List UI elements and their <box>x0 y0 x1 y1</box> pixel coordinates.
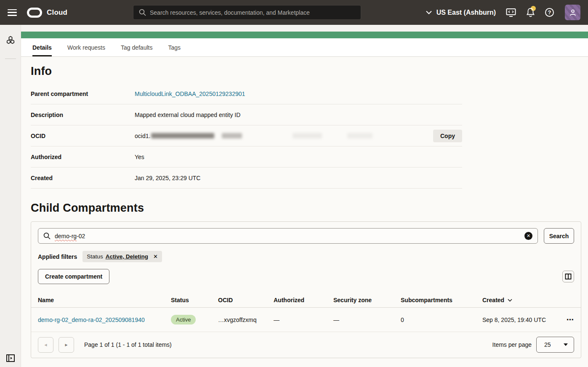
brand[interactable]: Cloud <box>27 8 67 18</box>
compartment-name-link[interactable]: demo-rg-02_demo-ra-02_202509081940 <box>38 316 145 323</box>
column-header-subcompartments[interactable]: Subcompartments <box>401 297 482 303</box>
bell-icon <box>526 8 535 17</box>
hamburger-menu-icon[interactable] <box>8 9 17 16</box>
tab-work-requests[interactable]: Work requests <box>67 38 105 56</box>
clear-search-button[interactable]: ✕ <box>524 232 532 240</box>
column-header-security-zone[interactable]: Security zone <box>333 297 401 303</box>
info-label: Created <box>31 175 135 181</box>
info-label: Description <box>31 112 135 118</box>
help-icon: ? <box>545 8 554 17</box>
search-query-text: -02 <box>77 233 85 239</box>
create-compartment-button[interactable]: Create compartment <box>38 269 109 284</box>
left-rail <box>0 25 21 367</box>
column-header-ocid[interactable]: OCID <box>218 297 274 303</box>
topbar-right: US East (Ashburn) ? <box>426 0 588 25</box>
items-per-page-select[interactable]: 25 <box>536 337 574 353</box>
info-row-parent-compartment: Parent compartment MulticloudLink_ODBAA_… <box>31 83 462 104</box>
created-value: Jan 29, 2025, 23:29 UTC <box>135 175 462 181</box>
help-button[interactable]: ? <box>545 8 554 17</box>
dropdown-arrow-icon <box>564 343 568 346</box>
rail-divider <box>5 59 16 59</box>
remove-filter-icon[interactable]: ✕ <box>153 253 158 260</box>
cell-authorized: — <box>274 316 333 323</box>
redacted-text <box>151 133 214 138</box>
items-per-page-label: Items per page <box>492 341 532 348</box>
brand-name: Cloud <box>47 8 67 17</box>
info-label: OCID <box>31 133 135 139</box>
applied-filters-row: Applied filters Status Active, Deleting … <box>38 251 574 262</box>
cell-subcompartments: 0 <box>401 316 482 323</box>
description-value: Mapped external cloud mapped entity ID <box>135 112 462 118</box>
search-icon <box>139 9 146 16</box>
global-search[interactable] <box>133 5 361 20</box>
redacted-text <box>222 133 242 138</box>
copy-ocid-button[interactable]: Copy <box>433 130 462 142</box>
page-body: Info Parent compartment MulticloudLink_O… <box>21 65 588 358</box>
sort-chevron-down-icon <box>508 299 512 302</box>
row-actions-menu-icon[interactable]: ⋯ <box>567 315 574 324</box>
authorized-value: Yes <box>135 154 462 160</box>
info-row-description: Description Mapped external cloud mapped… <box>31 104 462 125</box>
child-compartments-heading: Child Compartments <box>31 202 588 215</box>
compartment-search-input[interactable]: demo-rg-02 ✕ <box>38 228 538 244</box>
redacted-text <box>347 133 372 138</box>
info-row-created: Created Jan 29, 2025, 23:29 UTC <box>31 168 462 189</box>
info-label: Authorized <box>31 154 135 160</box>
expand-panel-icon <box>6 354 15 363</box>
region-name: US East (Ashburn) <box>436 9 496 16</box>
child-compartments-card: demo-rg-02 ✕ Search Applied filters Stat… <box>31 221 581 358</box>
info-label: Parent compartment <box>31 90 135 97</box>
oracle-logo-icon <box>27 8 42 18</box>
tab-bar: Details Work requests Tag defaults Tags <box>21 38 588 57</box>
redacted-text <box>293 133 322 138</box>
table-actions-row: Create compartment <box>38 269 574 284</box>
status-filter-chip[interactable]: Status Active, Deleting ✕ <box>82 251 162 262</box>
search-button[interactable]: Search <box>544 228 574 244</box>
compartments-icon[interactable] <box>0 34 21 47</box>
table-header: Name Status OCID Authorized Security zon… <box>31 293 581 308</box>
columns-icon <box>565 273 572 280</box>
info-table: Parent compartment MulticloudLink_ODBAA_… <box>31 83 462 189</box>
applied-filters-label: Applied filters <box>38 253 77 260</box>
column-header-name[interactable]: Name <box>38 297 171 303</box>
scroll-strip <box>21 25 588 32</box>
column-header-status[interactable]: Status <box>171 297 218 303</box>
topbar: Cloud US East (Ashburn) ? <box>0 0 588 25</box>
table-row[interactable]: demo-rg-02_demo-ra-02_202509081940 Activ… <box>31 308 581 332</box>
global-search-input[interactable] <box>150 9 361 16</box>
info-row-ocid: OCID ocid1. Copy <box>31 125 462 146</box>
manage-columns-button[interactable] <box>562 271 574 282</box>
cloud-shell-button[interactable] <box>506 8 516 17</box>
pagination-summary: Page 1 of 1 (1 - 1 of 1 total items) <box>84 341 172 348</box>
parent-compartment-link[interactable]: MulticloudLink_ODBAA_20250129232901 <box>135 90 245 97</box>
ocid-value: ocid1. Copy <box>135 130 462 142</box>
tab-details[interactable]: Details <box>32 38 52 56</box>
compartments-table: Name Status OCID Authorized Security zon… <box>31 293 581 332</box>
status-badge: Active <box>171 315 196 324</box>
search-query-text: demo-rg <box>55 233 77 239</box>
region-selector[interactable]: US East (Ashburn) <box>426 9 496 16</box>
info-heading: Info <box>31 65 588 78</box>
expand-panel-button[interactable] <box>0 354 21 363</box>
info-row-authorized: Authorized Yes <box>31 146 462 168</box>
cell-security-zone: — <box>333 316 401 323</box>
next-page-button[interactable]: ▸ <box>59 337 74 353</box>
tab-tags[interactable]: Tags <box>168 38 181 56</box>
items-per-page-value: 25 <box>544 341 551 348</box>
chip-value[interactable]: Active, Deleting <box>106 253 148 260</box>
column-header-created[interactable]: Created <box>482 297 567 303</box>
column-header-authorized[interactable]: Authorized <box>274 297 333 303</box>
pagination: ◂ ▸ Page 1 of 1 (1 - 1 of 1 total items)… <box>31 332 581 358</box>
cell-ocid: …xvgzoffzxmq <box>218 316 274 323</box>
user-avatar[interactable] <box>565 5 580 20</box>
compartment-banner-art <box>21 32 588 38</box>
tab-tag-defaults[interactable]: Tag defaults <box>121 38 153 56</box>
person-icon <box>569 9 577 16</box>
cell-created: Sep 8, 2025, 19:40 UTC <box>482 316 567 323</box>
chevron-down-icon <box>426 11 432 14</box>
notifications-button[interactable] <box>526 8 535 17</box>
cloud-shell-icon <box>506 8 516 17</box>
search-icon <box>43 232 51 239</box>
previous-page-button[interactable]: ◂ <box>38 337 53 353</box>
compartment-search-row: demo-rg-02 ✕ Search <box>38 228 574 244</box>
